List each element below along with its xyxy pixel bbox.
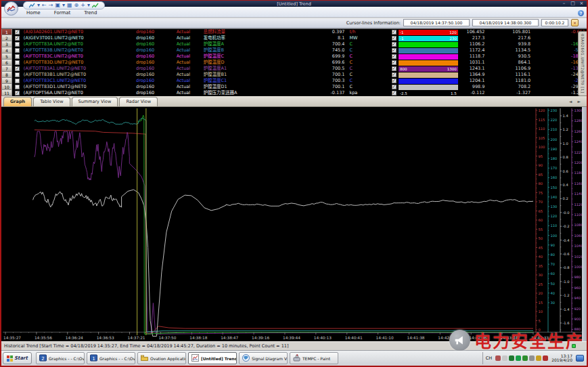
close-cursor-info-button[interactable]: × xyxy=(571,19,579,26)
tab-graph[interactable]: Graph xyxy=(3,97,32,106)
axis-checkbox[interactable] xyxy=(15,54,20,59)
trend-checkbox[interactable]: ✓ xyxy=(392,54,397,59)
image-icon[interactable]: ▣ xyxy=(55,2,60,9)
table-row[interactable]: 1✓(A)03A02601.UNIT2@NET0drop160Actual总燃料… xyxy=(1,29,587,35)
grid-icon[interactable]: ▦ xyxy=(67,2,72,9)
table-row[interactable]: 3(A)FTOTT83A.UNIT2@NET0drop160Actual炉膛温度… xyxy=(1,41,587,47)
maximize-icon[interactable]: □ xyxy=(570,1,576,7)
axis-checkbox[interactable] xyxy=(15,72,20,77)
trend-chart[interactable]: 14:35:2714:35:5614:36:2414:36:5314:37:21… xyxy=(1,107,587,341)
trend-plot[interactable]: 14:35:2714:35:5614:36:2414:36:5314:37:21… xyxy=(1,107,587,341)
dropdown-caret-icon[interactable]: ▾ xyxy=(37,2,40,9)
dropdown-caret-icon[interactable]: ▾ xyxy=(87,2,90,9)
row-number[interactable]: 11 xyxy=(1,90,12,96)
scale-bar[interactable]: -1230 xyxy=(399,36,458,41)
tray-icon-5[interactable] xyxy=(522,355,528,361)
minimize-icon[interactable]: – xyxy=(561,1,567,7)
axis-checkbox[interactable]: ✓ xyxy=(15,30,20,35)
scale-bar[interactable]: 8001300 xyxy=(399,66,458,72)
scale-bar[interactable] xyxy=(399,85,458,90)
language-indicator[interactable]: CH xyxy=(484,355,493,361)
trend-checkbox[interactable]: ✓ xyxy=(392,60,397,65)
selected-point-side-tab[interactable]: 03A02601.UNIT2@NET0 [1] xyxy=(578,31,587,96)
chart-scrollbar[interactable] xyxy=(582,107,587,341)
axis-checkbox[interactable]: ✓ xyxy=(15,36,20,41)
taskbar-button-graphics-c-ovati[interactable]: 1Graphics - - C:\Ovati... xyxy=(87,352,135,364)
row-number[interactable]: 5 xyxy=(1,53,12,60)
tray-icon-1[interactable] xyxy=(495,355,501,361)
table-row[interactable]: 9(A)FTOTT83C1.UNIT2@NET0drop160Actual炉膛温… xyxy=(1,78,587,84)
axis-checkbox[interactable]: ✓ xyxy=(15,91,20,95)
scale-bar[interactable]: -2.51.5 xyxy=(399,91,458,96)
axis-checkbox[interactable]: ✓ xyxy=(15,66,20,71)
trend-checkbox[interactable]: ✓ xyxy=(392,85,397,89)
tray-icon-7[interactable] xyxy=(536,355,541,361)
row-number[interactable]: 8 xyxy=(1,72,12,78)
menu-format[interactable]: Format xyxy=(52,9,73,16)
row-number[interactable]: 3 xyxy=(1,41,12,47)
trend-checkbox[interactable]: ✓ xyxy=(392,30,397,35)
taskbar-button-untitled-trend[interactable]: [Untitled] Trend xyxy=(188,352,237,364)
tray-icon-6[interactable] xyxy=(529,355,535,361)
tab-summary-view[interactable]: Summary View xyxy=(72,97,118,106)
help-icon[interactable]: ? xyxy=(578,10,584,16)
menu-trend[interactable]: Trend xyxy=(82,9,99,16)
row-number[interactable]: 2 xyxy=(1,35,12,41)
row-number[interactable]: 6 xyxy=(1,60,12,66)
table-row[interactable]: 6(A)FTOTT83D.UNIT2@NET0drop160Actual炉膛温度… xyxy=(1,60,587,66)
row-number[interactable]: 4 xyxy=(1,47,12,53)
axis-checkbox[interactable] xyxy=(15,85,20,89)
table-row[interactable]: 4(A)FTOTT83B.UNIT2@NET0drop160Actual炉膛温度… xyxy=(1,47,587,53)
row-number[interactable]: 1 xyxy=(1,29,12,35)
table-row[interactable]: 7✓(A)FTOTT83A1.UNIT2@NET0drop160Actual炉膛… xyxy=(1,66,587,72)
tray-icon-3[interactable] xyxy=(509,355,514,361)
tray-icon-4[interactable] xyxy=(516,355,521,361)
axis-checkbox[interactable] xyxy=(15,48,20,53)
scale-bar[interactable] xyxy=(399,48,458,53)
app-menu-button[interactable] xyxy=(4,1,18,16)
trend-checkbox[interactable]: ✓ xyxy=(392,66,397,71)
tab-scroll-arrows[interactable]: ◄ ► xyxy=(569,99,583,104)
trend-checkbox[interactable]: ✓ xyxy=(392,91,397,95)
taskbar-button-graphics-c-ovati[interactable]: 2Graphics - - C:\Ovati... xyxy=(36,352,85,364)
table-row[interactable]: 10(A)FTOTT83D1.UNIT2@NET0drop160Actual炉膛… xyxy=(1,84,587,90)
taskbar-button-ovation-applications[interactable]: Ovation Applications xyxy=(137,352,186,364)
trend-checkbox[interactable]: ✓ xyxy=(392,79,397,83)
row-number[interactable]: 9 xyxy=(1,78,12,84)
scale-bar[interactable] xyxy=(399,60,458,66)
scale-bar[interactable] xyxy=(399,79,458,84)
row-number[interactable]: 7 xyxy=(1,66,12,72)
close-icon[interactable]: × xyxy=(579,1,585,7)
scale-bar[interactable] xyxy=(399,72,458,78)
table-row[interactable]: 2✓(A)GEV3T001.UNIT2@NET0drop160Actual发电机… xyxy=(1,35,587,41)
menu-home[interactable]: Home xyxy=(24,9,43,16)
forward-arrow-icon[interactable]: → xyxy=(49,2,53,9)
scale-bar[interactable] xyxy=(399,42,458,47)
taskbar-clock[interactable]: 13:17 2019/4/20 xyxy=(550,354,574,363)
back-arrow-icon[interactable]: ← xyxy=(42,2,47,9)
axis-checkbox[interactable] xyxy=(15,60,20,65)
table-row[interactable]: 5(A)FTOTT83C.UNIT2@NET0drop160Actual炉膛温度… xyxy=(1,53,587,60)
dropdown-caret-icon[interactable]: ▾ xyxy=(62,2,65,9)
scale-bar[interactable] xyxy=(399,54,458,60)
axis-checkbox[interactable] xyxy=(15,79,20,83)
taskbar-button-tempc-paint[interactable]: TEMPC - Paint xyxy=(290,352,338,364)
tab-table-view[interactable]: Table View xyxy=(33,97,70,106)
trend-checkbox[interactable]: ✓ xyxy=(392,72,397,77)
trend-checkbox[interactable]: ✓ xyxy=(392,48,397,53)
table-row[interactable]: 11✓(A)FTOPT56A.UNIT2@NET0drop160Actual炉膛… xyxy=(1,90,587,96)
zoom-icon[interactable]: ⊕ xyxy=(74,2,79,9)
trend-checkbox[interactable]: ✓ xyxy=(392,42,397,47)
tab-radar-view[interactable]: Radar View xyxy=(119,97,158,106)
trend-checkbox[interactable]: ✓ xyxy=(392,36,397,41)
trend-chart-icon[interactable] xyxy=(29,3,35,9)
scale-bar[interactable]: -1120 xyxy=(399,30,458,35)
row-number[interactable]: 10 xyxy=(1,84,12,90)
taskbar-button-signal-diagram-viewe[interactable]: Signal Diagram Viewe... xyxy=(239,352,288,364)
tray-icon-2[interactable] xyxy=(502,355,507,361)
tray-icon-8[interactable] xyxy=(543,355,548,361)
axis-checkbox[interactable] xyxy=(15,42,20,47)
table-row[interactable]: 8(A)FTOTT83B1.UNIT2@NET0drop160Actual炉膛温… xyxy=(1,72,587,78)
show-desktop-icon[interactable] xyxy=(576,355,584,362)
sparkline-icon[interactable] xyxy=(92,3,99,9)
